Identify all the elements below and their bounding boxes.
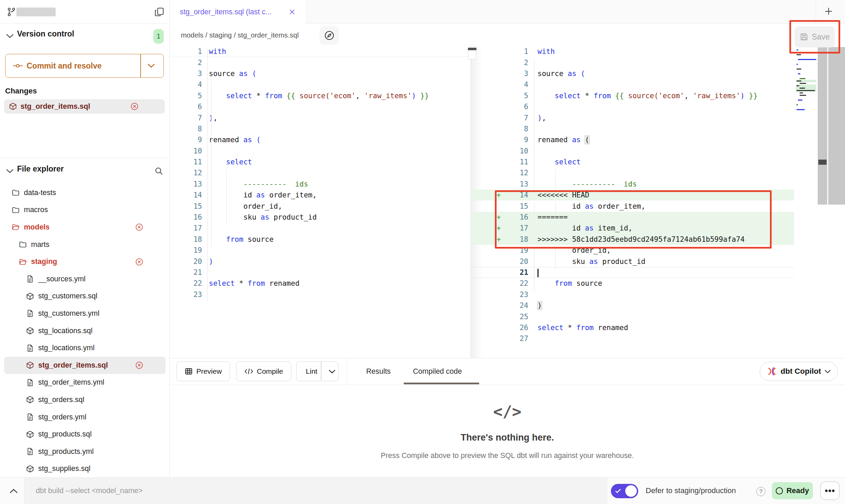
file-item-stg-order-items-yml[interactable]: stg_order_items.yml bbox=[0, 374, 170, 391]
editor-scrollbar-thumb[interactable] bbox=[818, 160, 827, 165]
folder-icon bbox=[12, 189, 20, 197]
left-pane-scrollbar-thumb[interactable] bbox=[468, 48, 476, 50]
file-item-label: __sources.yml bbox=[38, 275, 86, 283]
code-line: 10 bbox=[471, 146, 845, 157]
file-item-models[interactable]: models bbox=[0, 219, 170, 236]
window-scrollbar-track[interactable] bbox=[828, 47, 845, 205]
lint-dropdown-chevron-icon[interactable] bbox=[329, 369, 335, 374]
code-line: 6 bbox=[170, 101, 470, 112]
minimap-line bbox=[796, 106, 816, 108]
code-pane-conflict[interactable]: 1with23source as (45 select * from {{ so… bbox=[471, 46, 845, 358]
file-item-label: stg_order_items.sql bbox=[38, 361, 108, 370]
doc-icon bbox=[26, 379, 34, 387]
lineage-button[interactable] bbox=[319, 26, 339, 45]
code-line: 2 bbox=[471, 57, 845, 68]
compile-button[interactable]: Compile bbox=[236, 361, 291, 381]
file-item-stg-customers-sql[interactable]: stg_customers.sql bbox=[0, 288, 170, 305]
indent-guide bbox=[534, 247, 534, 291]
doc-icon bbox=[26, 447, 34, 456]
minimap-line bbox=[796, 49, 816, 51]
file-item-label: staging bbox=[31, 257, 57, 266]
chevron-down-icon[interactable] bbox=[6, 168, 14, 173]
preview-button[interactable]: Preview bbox=[176, 361, 230, 381]
file-item-macros[interactable]: macros bbox=[0, 202, 170, 219]
file-item-stg-supplies-sql[interactable]: stg_supplies.sql bbox=[0, 460, 170, 478]
discard-change-icon[interactable] bbox=[135, 258, 143, 266]
code-line: 3source as ( bbox=[170, 68, 470, 79]
new-tab-plus-icon[interactable] bbox=[823, 6, 834, 16]
search-icon[interactable] bbox=[154, 166, 163, 176]
editor-scrollbar-track[interactable] bbox=[818, 47, 827, 205]
minimap-line bbox=[796, 108, 816, 111]
cube-icon bbox=[26, 430, 34, 439]
file-item-staging[interactable]: staging bbox=[0, 253, 170, 270]
commit-icon bbox=[13, 62, 23, 70]
minimap-line bbox=[796, 75, 816, 77]
minimap-line bbox=[796, 54, 816, 56]
minimap-line bbox=[796, 80, 816, 82]
code-line: 9renamed as ( bbox=[471, 134, 845, 145]
code-line: 21 bbox=[170, 267, 470, 278]
file-item-stg-locations-sql[interactable]: stg_locations.sql bbox=[0, 322, 170, 340]
command-input[interactable]: dbt build --select <model_name> bbox=[36, 478, 143, 504]
commit-dropdown-chevron-icon[interactable] bbox=[147, 63, 155, 68]
copy-icon[interactable] bbox=[154, 7, 164, 17]
minimap-line bbox=[796, 82, 816, 85]
file-item-stg-orders-yml[interactable]: stg_orders.yml bbox=[0, 409, 170, 426]
discard-change-icon[interactable] bbox=[130, 102, 139, 110]
file-item--sources-yml[interactable]: __sources.yml bbox=[0, 270, 170, 288]
code-line: 23 bbox=[170, 289, 470, 300]
save-button-label: Save bbox=[812, 32, 830, 42]
file-item-label: stg_orders.sql bbox=[38, 396, 84, 404]
discard-change-icon[interactable] bbox=[135, 223, 143, 231]
dbt-copilot-button[interactable]: dbt Copilot bbox=[760, 362, 838, 381]
git-branch-icon bbox=[7, 7, 16, 17]
changes-label: Changes bbox=[5, 87, 37, 95]
minimap-line bbox=[796, 92, 816, 94]
expand-panel-chevron-icon[interactable] bbox=[10, 488, 18, 494]
file-item-data-tests[interactable]: data-tests bbox=[0, 184, 170, 202]
tab-compiled-code[interactable]: Compiled code bbox=[413, 358, 462, 385]
empty-state-subtitle: Press Compile above to preview the SQL d… bbox=[170, 451, 845, 460]
file-item-stg-order-items-sql[interactable]: stg_order_items.sql bbox=[4, 357, 166, 374]
save-button[interactable]: Save bbox=[794, 26, 835, 47]
file-item-stg-orders-sql[interactable]: stg_orders.sql bbox=[0, 391, 170, 409]
breadcrumb: models / staging / stg_order_items.sql bbox=[181, 24, 299, 46]
file-item-stg-products-yml[interactable]: stg_products.yml bbox=[0, 443, 170, 460]
doc-icon bbox=[26, 275, 34, 283]
ready-status-icon bbox=[776, 487, 783, 494]
code-pane-original[interactable]: 1with23source as (45 select * from {{ so… bbox=[170, 46, 470, 358]
file-item-stg-products-sql[interactable]: stg_products.sql bbox=[0, 426, 170, 443]
branch-name-placeholder[interactable] bbox=[16, 8, 56, 16]
tab-close-icon[interactable] bbox=[288, 8, 296, 16]
left-pane-scrollbar-track[interactable] bbox=[468, 50, 476, 59]
tab-results[interactable]: Results bbox=[366, 358, 391, 385]
doc-icon bbox=[26, 309, 34, 317]
ready-status-badge[interactable]: Ready bbox=[772, 482, 813, 499]
code-line: 1with bbox=[471, 46, 845, 57]
code-line: 11 select bbox=[170, 157, 470, 167]
file-item-label: stg_supplies.sql bbox=[38, 464, 90, 473]
code-line: 22select * from renamed bbox=[170, 278, 470, 289]
file-item-stg-customers-yml[interactable]: stg_customers.yml bbox=[0, 305, 170, 322]
save-floppy-icon bbox=[800, 32, 808, 41]
code-line: 15 order_id, bbox=[170, 201, 470, 211]
folder-icon bbox=[12, 206, 20, 214]
minimap[interactable] bbox=[796, 49, 816, 113]
file-item-marts[interactable]: marts bbox=[0, 236, 170, 253]
lint-button[interactable]: Lint bbox=[296, 361, 339, 381]
chevron-down-icon[interactable] bbox=[6, 33, 14, 38]
changed-file-row[interactable]: stg_order_items.sql bbox=[4, 99, 165, 114]
file-item-label: stg_products.sql bbox=[38, 430, 92, 439]
discard-change-icon[interactable] bbox=[135, 361, 143, 369]
help-icon[interactable]: ? bbox=[756, 487, 765, 496]
more-options-button[interactable]: ••• bbox=[820, 481, 840, 500]
code-line: 14 id as order_item, bbox=[170, 190, 470, 201]
defer-toggle[interactable] bbox=[611, 484, 638, 498]
indent-guide bbox=[555, 203, 556, 214]
code-line: 2 bbox=[170, 57, 470, 68]
file-item-stg-locations-yml[interactable]: stg_locations.yml bbox=[0, 339, 170, 357]
code-line: 17 bbox=[170, 223, 470, 234]
copilot-chevron-icon bbox=[825, 369, 831, 373]
minimap-line bbox=[796, 56, 816, 58]
